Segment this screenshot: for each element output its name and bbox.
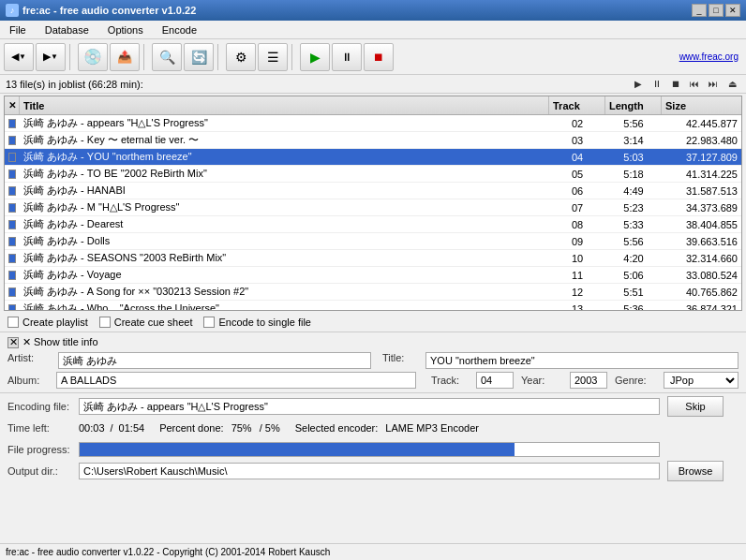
menu-file[interactable]: File [4, 23, 32, 37]
browse-button[interactable]: Browse [667, 461, 724, 481]
row-title: 浜崎 あゆみ - Key 〜 eternal tie ver. 〜 [20, 133, 549, 147]
info-section: ✕ ✕ Show title info Artist: 浜崎 あゆみ Title… [0, 332, 746, 393]
forward-button[interactable]: ▶▼ [36, 43, 66, 71]
toolbar-sep2 [143, 44, 148, 70]
pause-button[interactable]: ⏸ [332, 43, 362, 71]
album-label: Album: [7, 375, 49, 386]
encode-single-file-option[interactable]: Encode to single file [203, 317, 310, 328]
track-row[interactable]: 浜崎 あゆみ - M "H△L'S Progress" 07 5:23 34.3… [5, 199, 741, 216]
encoding-file-row: Encoding file: 浜崎 あゆみ - appears "H△L'S P… [7, 397, 739, 416]
track-row[interactable]: 浜崎 あゆみ - Dolls 09 5:56 39.663.516 [5, 233, 741, 250]
create-playlist-checkbox[interactable] [7, 317, 19, 328]
freac-link[interactable]: www.freac.org [679, 52, 739, 62]
row-track: 10 [549, 253, 605, 264]
row-checkbox[interactable] [8, 153, 16, 162]
search-button[interactable]: 🔍 [152, 43, 182, 71]
row-check [5, 287, 20, 297]
row-size: 33.080.524 [662, 270, 741, 281]
progress-label: File progress: [7, 444, 75, 455]
create-cue-sheet-checkbox[interactable] [99, 317, 111, 328]
row-size: 41.314.225 [662, 169, 741, 180]
cd-button[interactable]: 💿 [78, 43, 108, 71]
row-size: 42.445.877 [662, 118, 741, 129]
output-value: C:\Users\Robert Kausch\Music\ [79, 463, 660, 479]
check-all-button[interactable]: ✕ [8, 99, 16, 112]
back-button[interactable]: ◀▼ [4, 43, 34, 71]
track-row[interactable]: 浜崎 あゆみ - YOU "northem breeze" 04 5:03 37… [5, 149, 741, 166]
row-size: 36.874.321 [662, 303, 741, 312]
close-button[interactable]: ✕ [725, 4, 740, 17]
row-title: 浜崎 あゆみ - HANABI [20, 184, 549, 198]
transport-prev[interactable]: ⏮ [686, 77, 703, 92]
toolbar-sep4 [291, 44, 296, 70]
track-value[interactable]: 04 [476, 372, 514, 389]
transport-play[interactable]: ▶ [630, 77, 647, 92]
col-header-length: Length [605, 96, 662, 114]
encode-single-file-checkbox[interactable] [203, 317, 215, 328]
menu-options[interactable]: Options [102, 23, 149, 37]
row-checkbox[interactable] [8, 169, 16, 179]
titlebar: ♪ fre:ac - free audio converter v1.0.22 … [0, 0, 746, 21]
row-check [5, 203, 20, 213]
skip-button[interactable]: Skip [667, 396, 724, 417]
row-checkbox[interactable] [8, 203, 16, 213]
row-size: 32.314.660 [662, 253, 741, 264]
row-checkbox[interactable] [8, 186, 16, 196]
track-row[interactable]: 浜崎 あゆみ - HANABI 06 4:49 31.587.513 [5, 183, 741, 199]
tracklist-header: ✕ Title Track Length Size [5, 96, 741, 115]
title-value[interactable]: YOU "northem breeze" [425, 352, 739, 369]
create-cue-sheet-option[interactable]: Create cue sheet [99, 317, 193, 328]
settings-button[interactable]: ⚙ [226, 43, 256, 71]
row-checkbox[interactable] [8, 254, 16, 263]
eject-button[interactable]: 📤 [110, 43, 140, 71]
track-row[interactable]: 浜崎 あゆみ - Voyage 11 5:06 33.080.524 [5, 267, 741, 284]
row-length: 4:20 [605, 253, 662, 264]
row-title: 浜崎 あゆみ - Voyage [20, 268, 549, 282]
transport-stop[interactable]: ⏹ [667, 77, 684, 92]
refresh-button[interactable]: 🔄 [184, 43, 214, 71]
row-track: 05 [549, 169, 605, 180]
row-checkbox[interactable] [8, 287, 16, 297]
transport-eject[interactable]: ⏏ [724, 77, 740, 92]
row-checkbox[interactable] [8, 119, 16, 128]
row-size: 31.587.513 [662, 185, 741, 197]
row-length: 3:14 [605, 135, 662, 146]
track-row[interactable]: 浜崎 あゆみ - A Song for ×× "030213 Session #… [5, 284, 741, 301]
play-button[interactable]: ▶ [300, 43, 330, 71]
album-value[interactable]: A BALLADS [56, 372, 416, 389]
row-title: 浜崎 あゆみ - Dearest [20, 217, 549, 231]
info-toggle-check[interactable]: ✕ [7, 337, 19, 348]
genre-select[interactable]: JPop Pop Rock Anime J-Rock [664, 372, 739, 389]
row-checkbox[interactable] [8, 220, 16, 229]
track-row[interactable]: 浜崎 あゆみ - appears "H△L'S Progress" 02 5:5… [5, 115, 741, 132]
stop-button[interactable]: ⏹ [364, 43, 394, 71]
row-checkbox[interactable] [8, 271, 16, 280]
tracklist-body: 浜崎 あゆみ - appears "H△L'S Progress" 02 5:5… [5, 115, 741, 311]
transport-pause[interactable]: ⏸ [649, 77, 665, 92]
track-row[interactable]: 浜崎 あゆみ - Dearest 08 5:33 38.404.855 [5, 216, 741, 233]
time-separator: / [111, 422, 113, 434]
row-title: 浜崎 あゆみ - appears "H△L'S Progress" [20, 116, 549, 130]
info-toggle-label: ✕ Show title info [22, 336, 98, 348]
encoder-label: Selected encoder: [295, 422, 379, 434]
row-checkbox[interactable] [8, 136, 16, 145]
tracklist-container[interactable]: ✕ Title Track Length Size 浜崎 あゆみ - appea… [4, 96, 742, 311]
menu-database[interactable]: Database [39, 23, 95, 37]
track-row[interactable]: 浜崎 あゆみ - TO BE "2002 ReBirth Mix" 05 5:1… [5, 166, 741, 183]
info-toggle-button[interactable]: ✕ ✕ Show title info [7, 336, 739, 348]
options-button[interactable]: ☰ [258, 43, 288, 71]
row-check [5, 119, 20, 128]
create-playlist-option[interactable]: Create playlist [7, 317, 88, 328]
row-checkbox[interactable] [8, 237, 16, 246]
app-icon: ♪ [6, 4, 19, 17]
row-checkbox[interactable] [8, 304, 16, 312]
menu-encode[interactable]: Encode [157, 23, 202, 37]
transport-next[interactable]: ⏭ [705, 77, 722, 92]
maximize-button[interactable]: □ [709, 4, 724, 17]
artist-value[interactable]: 浜崎 あゆみ [58, 352, 371, 369]
track-row[interactable]: 浜崎 あゆみ - SEASONS "2003 ReBirth Mix" 10 4… [5, 250, 741, 267]
minimize-button[interactable]: _ [692, 4, 707, 17]
track-row[interactable]: 浜崎 あゆみ - Who... "Across the Universe" 13… [5, 301, 741, 311]
year-value[interactable]: 2003 [570, 372, 607, 389]
track-row[interactable]: 浜崎 あゆみ - Key 〜 eternal tie ver. 〜 03 3:1… [5, 132, 741, 149]
